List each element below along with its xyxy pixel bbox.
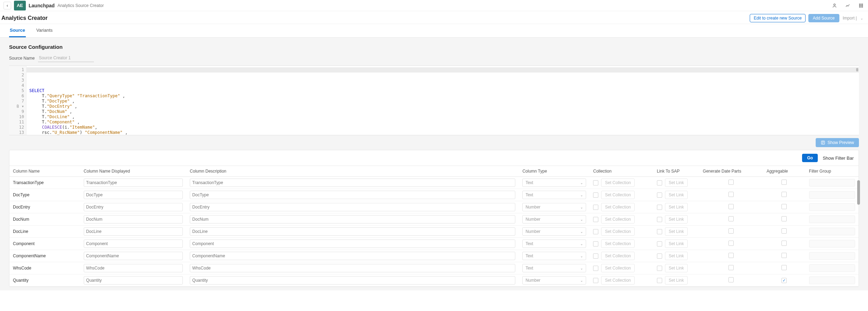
set-link-button[interactable]: Set Link [665,276,688,285]
editor-scroll-indicator[interactable] [856,68,858,71]
link-sap-checkbox[interactable] [657,278,662,283]
set-collection-button[interactable]: Set Collection [601,252,635,260]
th-column-description[interactable]: Column Description [186,166,519,177]
column-type-select[interactable]: Text⌄ [522,264,586,272]
th-column-name[interactable]: Column Name [9,166,80,177]
set-link-button[interactable]: Set Link [665,203,688,211]
set-link-button[interactable]: Set Link [665,240,688,248]
set-link-button[interactable]: Set Link [665,179,688,187]
column-type-select[interactable]: Text⌄ [522,240,586,248]
sql-editor[interactable]: 1 2 3 4 5 6 7 8 ▾ 9 10 11 12 13 14 SELEC… [9,66,859,135]
column-type-select[interactable]: Text⌄ [522,179,586,187]
th-collection[interactable]: Collection [590,166,653,177]
link-sap-checkbox[interactable] [657,217,662,222]
aggregable-checkbox[interactable] [781,228,787,234]
column-description-input[interactable] [190,264,515,272]
aggregable-checkbox[interactable] [781,180,787,185]
column-description-input[interactable] [190,191,515,199]
show-preview-button[interactable]: Show Preview [816,138,859,147]
gen-date-checkbox[interactable] [728,192,734,197]
filter-group-input[interactable] [809,264,855,272]
gen-date-checkbox[interactable] [728,253,734,258]
th-link-sap[interactable]: Link To SAP [653,166,699,177]
column-description-input[interactable] [190,276,515,285]
link-sap-checkbox[interactable] [657,266,662,271]
filter-group-input[interactable] [809,191,855,199]
import-dropdown-icon[interactable]: ⌄ [860,16,863,20]
collection-checkbox[interactable] [593,192,598,198]
column-description-input[interactable] [190,227,515,236]
column-type-select[interactable]: Number⌄ [522,227,586,236]
column-description-input[interactable] [190,179,515,187]
collection-checkbox[interactable] [593,229,598,234]
aggregable-checkbox[interactable] [781,216,787,221]
th-column-type[interactable]: Column Type [519,166,590,177]
set-link-button[interactable]: Set Link [665,252,688,260]
gen-date-checkbox[interactable] [728,180,734,185]
apps-grid-icon[interactable] [858,2,865,9]
th-gen-date[interactable]: Generate Date Parts [699,166,763,177]
column-type-select[interactable]: Number⌄ [522,203,586,211]
th-column-displayed[interactable]: Column Name Displayed [80,166,186,177]
gen-date-checkbox[interactable] [728,265,734,270]
column-displayed-input[interactable] [84,252,183,260]
link-sap-checkbox[interactable] [657,253,662,259]
set-collection-button[interactable]: Set Collection [601,191,635,199]
column-type-select[interactable]: Number⌄ [522,276,586,285]
source-name-input[interactable] [38,54,94,62]
set-collection-button[interactable]: Set Collection [601,227,635,236]
gen-date-checkbox[interactable] [728,228,734,234]
back-button[interactable]: ‹ [3,2,11,9]
set-collection-button[interactable]: Set Collection [601,276,635,285]
set-link-button[interactable]: Set Link [665,227,688,236]
aggregable-checkbox[interactable] [781,192,787,197]
analytics-icon[interactable] [844,2,851,9]
collection-checkbox[interactable] [593,278,598,283]
collection-checkbox[interactable] [593,180,598,185]
column-description-input[interactable] [190,203,515,211]
filter-group-input[interactable] [809,252,855,260]
column-type-select[interactable]: Text⌄ [522,252,586,260]
filter-group-input[interactable] [809,215,855,223]
column-displayed-input[interactable] [84,276,183,285]
column-description-input[interactable] [190,215,515,223]
column-displayed-input[interactable] [84,191,183,199]
link-sap-checkbox[interactable] [657,192,662,198]
show-filter-bar-link[interactable]: Show Filter Bar [823,156,854,161]
editor-content[interactable]: SELECT T."QueryType" "TransactionType" ,… [27,66,859,135]
link-sap-checkbox[interactable] [657,229,662,234]
edit-source-button[interactable]: Edit to create new Source [750,14,805,22]
aggregable-checkbox[interactable] [781,204,787,209]
set-collection-button[interactable]: Set Collection [601,264,635,272]
import-link[interactable]: Import | [842,16,858,21]
tab-variants[interactable]: Variants [36,24,53,37]
set-collection-button[interactable]: Set Collection [601,240,635,248]
filter-group-input[interactable] [809,203,855,211]
collection-checkbox[interactable] [593,205,598,210]
collection-checkbox[interactable] [593,253,598,259]
filter-group-input[interactable] [809,228,855,235]
filter-group-input[interactable] [809,240,855,248]
aggregable-checkbox[interactable] [781,253,787,258]
set-link-button[interactable]: Set Link [665,264,688,272]
th-aggregable[interactable]: Aggregable [763,166,806,177]
set-collection-button[interactable]: Set Collection [601,215,635,223]
link-sap-checkbox[interactable] [657,180,662,185]
column-displayed-input[interactable] [84,227,183,236]
column-displayed-input[interactable] [84,240,183,248]
go-button[interactable]: Go [802,154,818,162]
column-description-input[interactable] [190,240,515,248]
gen-date-checkbox[interactable] [728,204,734,209]
column-displayed-input[interactable] [84,179,183,187]
gen-date-checkbox[interactable] [728,216,734,221]
set-collection-button[interactable]: Set Collection [601,179,635,187]
set-link-button[interactable]: Set Link [665,215,688,223]
column-displayed-input[interactable] [84,215,183,223]
aggregable-checkbox[interactable] [781,265,787,270]
gen-date-checkbox[interactable] [728,277,734,282]
set-collection-button[interactable]: Set Collection [601,203,635,211]
link-sap-checkbox[interactable] [657,241,662,246]
set-link-button[interactable]: Set Link [665,191,688,199]
collection-checkbox[interactable] [593,266,598,271]
aggregable-checkbox[interactable] [781,241,787,246]
